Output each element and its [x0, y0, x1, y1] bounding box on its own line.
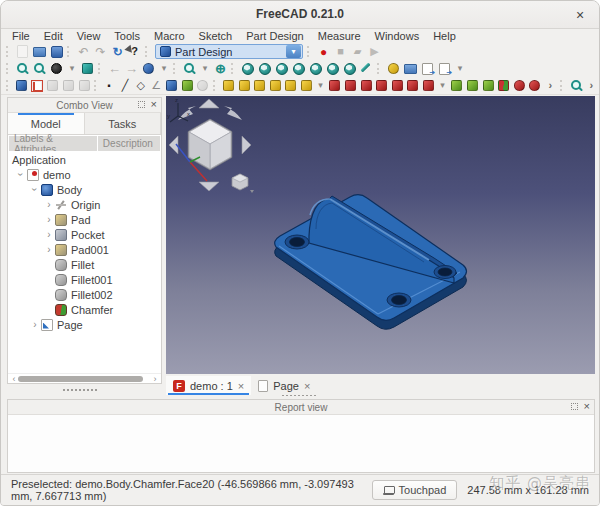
appearance-icon[interactable] — [385, 61, 402, 77]
toolbar-handle[interactable] — [6, 63, 10, 74]
create-datum-plane-icon[interactable] — [164, 78, 180, 94]
new-file-icon[interactable] — [14, 44, 31, 60]
tab-tasks[interactable]: Tasks — [85, 113, 162, 134]
toolbar-overflow-icon[interactable] — [543, 78, 559, 94]
toolbar-handle[interactable] — [377, 63, 381, 74]
menu-view[interactable]: View — [70, 30, 108, 42]
workbench-selector[interactable]: Part Design — [155, 44, 303, 59]
selection-view-icon[interactable] — [79, 61, 96, 77]
subtractive-loft-icon[interactable] — [374, 78, 390, 94]
draw-style-dropdown-icon[interactable] — [65, 61, 79, 77]
view-bottom-icon[interactable] — [324, 61, 341, 77]
additive-dropdown-icon[interactable] — [314, 78, 327, 94]
tree-item-body[interactable]: Body — [8, 182, 161, 197]
tree-item-fillet[interactable]: Fillet — [8, 257, 161, 272]
dependency-folder-icon[interactable] — [402, 61, 419, 77]
nav-forward-icon[interactable] — [123, 61, 140, 77]
mirrored-icon[interactable] — [449, 78, 465, 94]
scroll-left-icon[interactable] — [10, 374, 18, 384]
expander-icon[interactable] — [30, 184, 40, 195]
macro-edit-icon[interactable] — [349, 44, 366, 60]
menu-measure[interactable]: Measure — [311, 30, 368, 42]
zoom-dropdown-icon[interactable] — [198, 61, 212, 77]
menu-windows[interactable]: Windows — [368, 30, 427, 42]
expander-icon[interactable] — [44, 214, 54, 225]
export-as-icon[interactable] — [436, 61, 453, 77]
expander-icon[interactable] — [30, 319, 40, 330]
report-view-content[interactable] — [8, 415, 594, 472]
undo-icon[interactable] — [75, 44, 92, 60]
toolbar-handle[interactable] — [560, 80, 564, 91]
tab-close-icon[interactable] — [304, 380, 310, 392]
tab-close-icon[interactable] — [238, 380, 244, 392]
draw-style-icon[interactable] — [48, 61, 65, 77]
tree-item-demo[interactable]: demo — [8, 167, 161, 182]
pocket-icon[interactable] — [327, 78, 343, 94]
expander-icon[interactable] — [44, 244, 54, 255]
macro-play-icon[interactable] — [366, 44, 383, 60]
tree-item-fillet001[interactable]: Fillet001 — [8, 272, 161, 287]
view-front-icon[interactable] — [256, 61, 273, 77]
scrollbar-thumb[interactable] — [18, 376, 143, 382]
additive-loft-icon[interactable] — [252, 78, 268, 94]
open-file-icon[interactable] — [31, 44, 48, 60]
workbench-dropdown-icon[interactable] — [286, 45, 301, 58]
tree-item-pad001[interactable]: Pad001 — [8, 242, 161, 257]
expander-icon[interactable] — [44, 229, 54, 240]
toolbar-handle[interactable] — [145, 46, 149, 57]
save-icon[interactable] — [48, 44, 65, 60]
tree-item-application[interactable]: Application — [8, 152, 161, 167]
tree-item-pocket[interactable]: Pocket — [8, 227, 161, 242]
toolbar-handle[interactable] — [6, 80, 10, 91]
tree-item-origin[interactable]: Origin — [8, 197, 161, 212]
view-left-icon[interactable] — [341, 61, 358, 77]
link-dropdown-icon[interactable] — [157, 61, 171, 77]
toolbar-handle[interactable] — [307, 46, 311, 57]
menu-file[interactable]: File — [5, 30, 37, 42]
boolean-cut-icon[interactable] — [511, 78, 527, 94]
center-view-icon[interactable] — [212, 61, 229, 77]
linear-pattern-icon[interactable] — [465, 78, 481, 94]
macro-stop-icon[interactable] — [332, 44, 349, 60]
view-isometric-icon[interactable] — [239, 61, 256, 77]
menu-sketch[interactable]: Sketch — [192, 30, 240, 42]
toolbar-handle[interactable] — [6, 46, 10, 57]
create-datum-line-icon[interactable] — [148, 78, 164, 94]
scroll-right-icon[interactable] — [151, 374, 159, 384]
3d-viewport[interactable]: z x y — [166, 96, 595, 374]
tree-item-page[interactable]: Page — [8, 317, 161, 332]
multi-transform-icon[interactable] — [496, 78, 512, 94]
zoom-icon[interactable] — [181, 61, 198, 77]
additive-primitive-icon[interactable] — [299, 78, 315, 94]
menu-macro[interactable]: Macro — [147, 30, 192, 42]
window-close-button[interactable] — [571, 6, 589, 24]
whats-this-icon[interactable] — [126, 44, 143, 60]
create-sketch-icon[interactable] — [29, 78, 45, 94]
validate-sketch-icon[interactable] — [76, 78, 92, 94]
create-line-icon[interactable] — [117, 78, 133, 94]
combo-view-close-icon[interactable] — [151, 101, 157, 108]
subtractive-sweep-icon[interactable] — [389, 78, 405, 94]
fit-all-icon[interactable] — [14, 61, 31, 77]
view-rear-icon[interactable] — [307, 61, 324, 77]
create-point-icon[interactable] — [102, 78, 118, 94]
edit-sketch-icon[interactable] — [45, 78, 61, 94]
menu-part-design[interactable]: Part Design — [239, 30, 310, 42]
hole-icon[interactable] — [343, 78, 359, 94]
groove-icon[interactable] — [358, 78, 374, 94]
toolbar-overflow2-icon[interactable] — [584, 78, 600, 94]
measure-icon[interactable] — [358, 61, 375, 77]
additive-sweep-icon[interactable] — [267, 78, 283, 94]
additive-helix-icon[interactable] — [283, 78, 299, 94]
tree-item-pad[interactable]: Pad — [8, 212, 161, 227]
dock-splitter-handle[interactable] — [63, 389, 97, 391]
macro-record-icon[interactable] — [315, 44, 332, 60]
subtractive-primitive-icon[interactable] — [421, 78, 437, 94]
redo-icon[interactable] — [92, 44, 109, 60]
subtractive-helix-icon[interactable] — [405, 78, 421, 94]
tree-horizontal-scrollbar[interactable] — [8, 373, 161, 383]
export-dropdown-icon[interactable] — [453, 61, 467, 77]
tab-page-document[interactable]: Page — [251, 376, 317, 395]
report-view-float-icon[interactable] — [571, 403, 578, 410]
shape-binder-icon[interactable] — [195, 78, 211, 94]
